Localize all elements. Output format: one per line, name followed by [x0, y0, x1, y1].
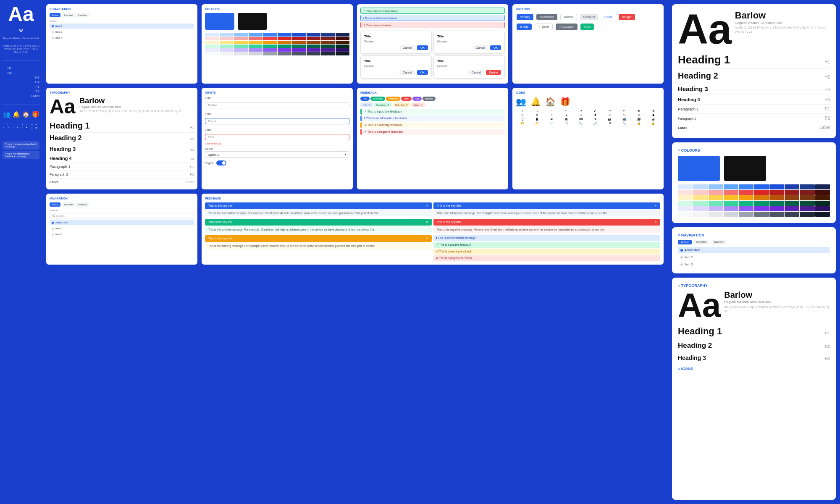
dialog-3-cancel[interactable]: Cancel	[399, 70, 415, 75]
nav2-search-input[interactable]: 🔍 Search...	[50, 213, 194, 218]
rs-nav-item-2[interactable]: Item 2	[678, 254, 830, 260]
dialog-2-content: Content	[437, 40, 501, 43]
btn-danger[interactable]: Danger	[619, 14, 635, 20]
ico-a4: 📋	[559, 122, 573, 125]
btn-secondary[interactable]: Secondary	[536, 14, 557, 20]
nav-item-2[interactable]: Item 2	[50, 29, 194, 34]
input-default[interactable]	[205, 102, 349, 108]
fb-banner-blue-2: This is the key title ✕	[433, 202, 660, 209]
heading-3-row: Heading 3 H3	[50, 144, 194, 154]
pc-grn-1	[205, 45, 219, 48]
typo-weights: Regular Medium Semibold Bold	[79, 105, 181, 108]
input-select[interactable]: Option 1 ▾	[205, 151, 349, 158]
pc-pur-2	[220, 48, 234, 52]
btn-icon-2[interactable]: ✓ Done	[535, 24, 553, 30]
left-symbol-grid: ↑ ↓ → ← ↗ ↙ ⇒ ⇐ ✓ ✕ ○ ● □ ■ ◇ ◆	[3, 123, 39, 129]
dialog-3: Title Content Cancel OK	[360, 55, 432, 79]
input-focus[interactable]	[205, 118, 349, 124]
heading-1-label: Heading 1	[50, 121, 90, 131]
btn-icon-4[interactable]: Save	[580, 24, 594, 30]
rs-nav-tab-i1[interactable]: Inactive	[693, 240, 709, 244]
btn-outline[interactable]: Outline	[560, 14, 577, 20]
rs-nav-tabs[interactable]: Active Inactive Inactive	[678, 240, 830, 244]
navigation-card-2: NAVIGATION Active Inactive Inactive Sear…	[46, 194, 197, 265]
nav2-tab-inactive-2[interactable]: Inactive	[76, 202, 89, 207]
dialog-4-cancel[interactable]: Cancel	[468, 70, 484, 75]
nav-item-3[interactable]: Item 3	[50, 35, 194, 40]
nav2-tab-active[interactable]: Active	[50, 202, 60, 207]
nav-tab-inactive-2[interactable]: Inactive	[76, 13, 89, 17]
input-error[interactable]	[205, 134, 349, 140]
fb-description-3: This is the warning message. For example…	[205, 243, 432, 249]
pc-red-6	[278, 37, 292, 40]
page-layout: Aa W Regular Medium Semibold Bold Aa Bb …	[0, 0, 840, 504]
pc-pur-5	[263, 48, 277, 52]
left-fb-1: This is the positive feedback message...	[3, 141, 39, 150]
pc-yel-3	[234, 41, 248, 44]
notif-info: ℹ This is an information feedback	[360, 116, 505, 121]
toggle-on[interactable]	[216, 160, 226, 165]
pc-yel-9	[321, 41, 335, 44]
dialog-4-actions[interactable]: Cancel Delete	[437, 70, 501, 75]
dialog-3-ok[interactable]: OK	[417, 70, 428, 75]
icons-title: ICONS	[516, 91, 660, 94]
ls-h3-row: H3	[3, 76, 39, 79]
rs-label-tag: Label	[820, 125, 830, 130]
btn-ghost[interactable]: Ghost	[601, 14, 616, 20]
toggle-label: Toggle	[205, 162, 214, 165]
dialog-2-ok[interactable]: OK	[490, 45, 501, 50]
dialog-4: Title Content Cancel Delete	[433, 55, 505, 79]
rs-aa-2: Aa	[678, 290, 721, 320]
nav2-tab-inactive-1[interactable]: Inactive	[62, 202, 75, 207]
ls-h4-row: H4	[3, 80, 39, 84]
rs-typography-card: Aa Barlow Regular Medium Semibold Bold A…	[672, 4, 836, 138]
fb-close-btn-5[interactable]: ✕	[654, 220, 657, 224]
fb-close-btn-3[interactable]: ✕	[426, 237, 428, 240]
rs-pc-y7	[769, 195, 784, 200]
dialog-1-ok[interactable]: OK	[417, 45, 428, 50]
dialog-2-actions[interactable]: Cancel OK	[437, 45, 501, 50]
label-text: Label	[50, 180, 58, 184]
dialog-3-actions[interactable]: Cancel OK	[364, 70, 428, 75]
rs-h1-text: Heading 1	[678, 53, 730, 66]
nav-tab-row[interactable]: Active Inactive Inactive	[50, 13, 194, 17]
nav-item-active[interactable]: Item 1	[50, 24, 194, 29]
rs-pc-y2	[693, 195, 708, 200]
pc-yel-5	[263, 41, 277, 44]
btn-icon-1[interactable]: ⊕ Add	[517, 24, 532, 30]
nav-item-text-3: Item 3	[55, 37, 63, 39]
ls-h3-tag: H3	[30, 76, 39, 79]
nav2-item-active[interactable]: Active Item	[50, 220, 194, 225]
rs-nav-item-3[interactable]: Item 3	[678, 261, 830, 268]
pc-yel-2	[220, 41, 234, 44]
dialog-2-cancel[interactable]: Cancel	[472, 45, 488, 50]
nav-tab-inactive-1[interactable]: Inactive	[62, 13, 75, 17]
fb-close-btn-2[interactable]: ✕	[426, 220, 428, 224]
fb-close-btn-4[interactable]: ✕	[654, 204, 657, 207]
pc-gry-4	[249, 52, 263, 55]
rs-label-text: Label	[678, 126, 687, 130]
btn-primary[interactable]: Primary	[517, 14, 533, 20]
nav2-item-3-text: Item 3	[55, 233, 63, 236]
nav-tab-active[interactable]: Active	[50, 13, 60, 17]
rs-nav-tab-active[interactable]: Active	[678, 240, 692, 244]
rs-nav-tab-i2[interactable]: Inactive	[711, 240, 727, 244]
nav2-item-2[interactable]: Item 2	[50, 226, 194, 231]
fb-close-btn-1[interactable]: ✕	[426, 204, 428, 207]
dialog-1-cancel[interactable]: Cancel	[399, 45, 415, 50]
rs-nav-item-active[interactable]: Active Item	[678, 247, 830, 253]
rs-pc-r4	[724, 190, 738, 195]
ico-p6: 🖱	[588, 118, 602, 121]
dialog-4-delete[interactable]: Delete	[486, 70, 501, 75]
nav-icon: ≡	[50, 8, 51, 10]
btn-icon-3[interactable]: ↓ Download	[556, 24, 578, 30]
nav2-item-3[interactable]: Item 3	[50, 232, 194, 237]
pc-grn-4	[249, 45, 263, 48]
pc-yel-7	[292, 41, 306, 44]
ico-sym-2: ⊗	[646, 109, 660, 113]
dialog-1-actions[interactable]: Cancel OK	[364, 45, 428, 50]
rs-pc-p4	[724, 206, 738, 211]
nav2-tabs[interactable]: Active Inactive Inactive	[50, 202, 194, 207]
palette-row-green	[205, 45, 349, 48]
nav2-dot-2	[52, 228, 54, 230]
